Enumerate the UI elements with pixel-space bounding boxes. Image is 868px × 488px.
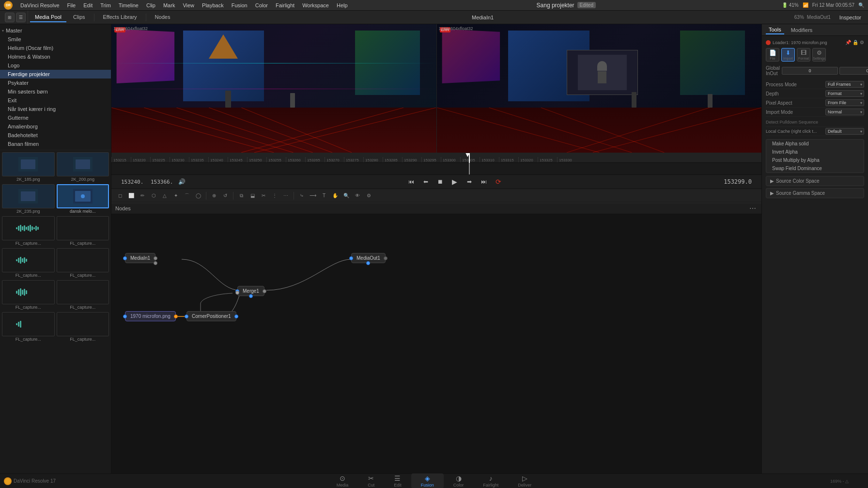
media-thumb-8[interactable]: FL_capture... bbox=[57, 248, 109, 278]
bin-item-logo[interactable]: Logo bbox=[0, 61, 111, 70]
ctx-make-alpha[interactable]: Make Alpha solid bbox=[766, 140, 864, 148]
bottom-tab-color[interactable]: ◑ Color bbox=[444, 473, 474, 488]
bottom-tab-edit[interactable]: ☰ Edit bbox=[384, 473, 411, 488]
tool-polygon[interactable]: △ bbox=[160, 191, 170, 201]
prop-import-mode-dropdown[interactable]: Normal bbox=[825, 109, 864, 115]
tool-move[interactable]: ⊕ bbox=[209, 191, 219, 201]
insp-format-btn[interactable]: 🎞 Format bbox=[797, 48, 810, 62]
tool-settings[interactable]: ⚙ bbox=[364, 191, 373, 201]
prop-local-cache-dropdown[interactable]: Default bbox=[825, 128, 864, 135]
bin-item-min-sosters[interactable]: Min søsters børn bbox=[0, 87, 111, 96]
step-fwd-btn[interactable]: ➡ bbox=[464, 176, 475, 187]
menu-workspace[interactable]: Workspace bbox=[299, 1, 332, 9]
bin-item-banan[interactable]: Banan filmen bbox=[0, 140, 111, 148]
prop-process-mode-dropdown[interactable]: Full Frames bbox=[825, 81, 864, 88]
media-thumb-3[interactable]: 2K_235.png bbox=[2, 184, 55, 214]
media-thumb-11[interactable]: FL_capture... bbox=[2, 312, 55, 342]
loop-btn[interactable]: ⟳ bbox=[493, 176, 504, 187]
tool-zoom-view[interactable]: 🔍 bbox=[341, 191, 351, 201]
bottom-tab-fusion[interactable]: ◈ Fusion bbox=[411, 473, 444, 488]
bottom-tab-cut[interactable]: ✂ Cut bbox=[358, 473, 384, 488]
node-mediaout1[interactable]: MediaOut1 bbox=[351, 253, 386, 263]
media-thumb-6[interactable]: FL_capture... bbox=[57, 216, 109, 246]
node-cornerpositioner[interactable]: CornerPositioner1 bbox=[186, 311, 236, 321]
menu-fairlight[interactable]: Fairlight bbox=[273, 1, 297, 9]
ctx-swap-field[interactable]: Swap Field Dominance bbox=[766, 164, 864, 173]
menu-clip[interactable]: Clip bbox=[143, 1, 158, 9]
menu-fusion[interactable]: Fusion bbox=[229, 1, 250, 9]
tool-paint[interactable]: ✏ bbox=[138, 191, 147, 201]
bin-item-amalienborg[interactable]: Amalienborg bbox=[0, 122, 111, 131]
bin-item-nar[interactable]: Når livet kærer i ring bbox=[0, 105, 111, 113]
inspector-label[interactable]: Inspector bbox=[839, 15, 861, 20]
bin-item-holmes[interactable]: Holmes & Watson bbox=[0, 52, 111, 61]
node-mediain1[interactable]: MediaIn1 bbox=[125, 253, 155, 263]
media-thumb-4[interactable]: dansk melo... bbox=[57, 184, 109, 214]
node-loader[interactable]: 1970 microfon.png bbox=[125, 311, 176, 321]
tool-text[interactable]: T bbox=[319, 191, 329, 201]
menu-trim[interactable]: Trim bbox=[97, 1, 114, 9]
inspector-pin[interactable]: 📌 bbox=[845, 40, 851, 45]
bin-item-exit[interactable]: Exit bbox=[0, 96, 111, 105]
inspector-gear[interactable]: ⚙ bbox=[860, 40, 864, 45]
global-inout-1[interactable] bbox=[839, 67, 868, 75]
bin-item-badehoteltet[interactable]: Badehoteltet bbox=[0, 131, 111, 140]
list-view-btn[interactable]: ☰ bbox=[16, 13, 26, 22]
bin-item-gutterne[interactable]: Gutterne bbox=[0, 113, 111, 122]
timeline-ruler[interactable]: 153215 153220 153225 153230 153235 15324… bbox=[111, 153, 761, 163]
inspector-lock[interactable]: 🔒 bbox=[852, 40, 858, 45]
insp-import-btn[interactable]: ⬇ Import bbox=[781, 48, 795, 62]
tab-effects-library[interactable]: Effects Library bbox=[98, 13, 142, 22]
insp-file-btn[interactable]: 📄 File bbox=[766, 48, 779, 62]
bin-item-helium[interactable]: Helium (Oscar film) bbox=[0, 44, 111, 52]
tool-select[interactable]: ⬜ bbox=[126, 191, 136, 201]
inspector-tab-tools[interactable]: Tools bbox=[766, 26, 784, 34]
step-back-btn[interactable]: ⬅ bbox=[420, 176, 431, 187]
nodes-menu-btn[interactable]: ⋯ bbox=[748, 204, 758, 213]
search-icon[interactable]: 🔍 bbox=[858, 2, 864, 8]
play-btn[interactable]: ▶ bbox=[450, 176, 460, 187]
menu-color[interactable]: Color bbox=[252, 1, 271, 9]
tool-pointer[interactable]: ◻ bbox=[115, 191, 125, 201]
media-thumb-12[interactable]: FL_capture... bbox=[57, 312, 109, 342]
ctx-post-multiply[interactable]: Post Multiply by Alpha bbox=[766, 156, 864, 164]
media-thumb-10[interactable]: FL_capture... bbox=[57, 280, 109, 310]
media-thumb-5[interactable]: FL_capture... bbox=[2, 216, 55, 246]
menu-davinci[interactable]: DaVinci Resolve bbox=[17, 1, 62, 9]
menu-edit[interactable]: Edit bbox=[80, 1, 95, 9]
tab-mediapool[interactable]: Media Pool bbox=[30, 13, 66, 22]
bottom-tab-fairlight[interactable]: ♪ Fairlight bbox=[473, 473, 508, 488]
tool-path[interactable]: ⤷ bbox=[297, 191, 307, 201]
section-source-gamma-header[interactable]: ▶ Source Gamma Space bbox=[766, 189, 864, 198]
menu-file[interactable]: File bbox=[64, 1, 79, 9]
prop-pixel-aspect-dropdown[interactable]: From File bbox=[825, 99, 864, 106]
bottom-tab-deliver[interactable]: ▷ Deliver bbox=[508, 473, 541, 488]
tool-bspline[interactable]: ⌒ bbox=[182, 191, 192, 201]
tool-mask[interactable]: ⬡ bbox=[149, 191, 158, 201]
bin-master[interactable]: ▾ Master bbox=[0, 26, 111, 35]
tab-clips[interactable]: Clips bbox=[68, 13, 90, 22]
prop-depth-dropdown[interactable]: Format bbox=[825, 90, 864, 97]
tool-paste[interactable]: ⬓ bbox=[248, 191, 257, 201]
media-thumb-1[interactable]: 2K_185.png bbox=[2, 152, 55, 182]
tool-split[interactable]: ⋮ bbox=[270, 191, 279, 201]
tool-copy[interactable]: ⧉ bbox=[236, 191, 246, 201]
media-thumb-7[interactable]: FL_capture... bbox=[2, 248, 55, 278]
section-source-color-header[interactable]: ▶ Source Color Space bbox=[766, 176, 864, 186]
tool-bezier[interactable]: ✦ bbox=[171, 191, 181, 201]
tool-ellipse[interactable]: ◯ bbox=[193, 191, 203, 201]
node-merge1[interactable]: Merge1 bbox=[237, 286, 264, 296]
menu-mark[interactable]: Mark bbox=[160, 1, 178, 9]
tool-join[interactable]: ⋯ bbox=[281, 191, 291, 201]
tool-rotate[interactable]: ↺ bbox=[220, 191, 230, 201]
ctx-invert-alpha[interactable]: Invert Alpha bbox=[766, 148, 864, 156]
tool-connect[interactable]: ⟶ bbox=[308, 191, 318, 201]
tool-pan[interactable]: ✋ bbox=[330, 191, 340, 201]
bottom-tab-media[interactable]: ⊙ Media bbox=[327, 473, 358, 488]
bin-item-smile[interactable]: Smile bbox=[0, 35, 111, 44]
bin-item-faerdige[interactable]: Færdige projekter bbox=[0, 70, 111, 79]
menu-timeline[interactable]: Timeline bbox=[116, 1, 141, 9]
tab-nodes[interactable]: Nodes bbox=[150, 13, 175, 22]
menu-playback[interactable]: Playback bbox=[199, 1, 227, 9]
menu-help[interactable]: Help bbox=[334, 1, 351, 9]
